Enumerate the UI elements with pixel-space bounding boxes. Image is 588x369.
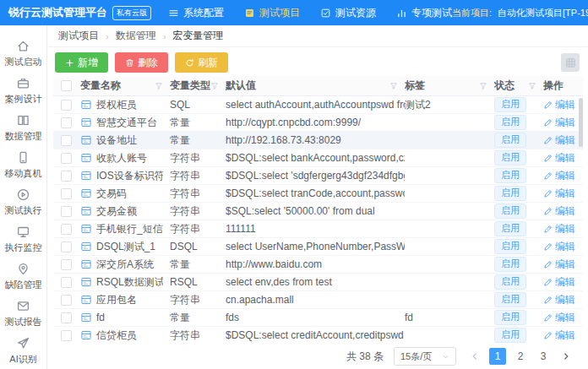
edit-button[interactable]: 编辑 [543, 240, 575, 254]
table-row[interactable]: 智慧交通平台常量http://cqypt.cnpcbd.com:9999/启用编… [53, 114, 583, 132]
nav-item[interactable]: 专项测试 [396, 6, 452, 20]
sidebar-item[interactable]: 案例设计 [0, 73, 46, 110]
pin-icon [16, 262, 30, 276]
status-badge[interactable]: 启用 [494, 328, 526, 343]
current-project-name[interactable]: 自动化测试项目[TP-1904- [498, 7, 588, 19]
row-checkbox[interactable] [61, 135, 72, 146]
table-row[interactable]: RSQL数据测试RSQLselect env,des from test启用编辑 [53, 274, 583, 291]
table-row[interactable]: 信贷柜员字符串$DSQL:select creditAccount,credit… [53, 327, 583, 344]
table-row[interactable]: 收款人账号字符串$DSQL:select bankAccount,passwor… [53, 149, 583, 167]
table-row[interactable]: DSQL测试_1DSQLselect UserName,PhoneNumber,… [53, 238, 583, 256]
column-settings-button[interactable] [561, 53, 580, 72]
sidebar-item[interactable]: 执行监控 [0, 220, 46, 258]
edit-button[interactable]: 编辑 [543, 275, 575, 290]
filter-icon[interactable] [155, 82, 163, 90]
nav-item[interactable]: 测试项目 [244, 6, 300, 20]
status-badge[interactable]: 启用 [494, 221, 526, 236]
status-badge[interactable]: 启用 [494, 203, 526, 219]
edit-button[interactable]: 编辑 [543, 116, 575, 130]
edit-button[interactable]: 编辑 [543, 204, 575, 219]
default-value-text: $DSQL:select creditAccount,creditpswd fr… [226, 329, 405, 341]
table-row[interactable]: IOS设备标识符字符串$DSQL:select 'sdgfergerg43dgf… [53, 167, 583, 185]
filter-icon[interactable] [528, 82, 536, 90]
sidebar-item[interactable]: 测试启动 [0, 35, 46, 73]
chevron-left-icon [471, 352, 479, 361]
status-badge[interactable]: 启用 [494, 239, 526, 254]
nav-item[interactable]: 系统配置 [168, 6, 224, 20]
status-badge[interactable]: 启用 [494, 274, 526, 290]
status-badge[interactable]: 启用 [494, 97, 526, 112]
table-row[interactable]: fd常量fdsfd启用编辑 [53, 309, 583, 327]
page-number-button[interactable]: 3 [535, 348, 552, 365]
row-checkbox[interactable] [61, 188, 72, 199]
edit-button[interactable]: 编辑 [543, 98, 575, 112]
breadcrumb-item[interactable]: 数据管理 [116, 29, 156, 43]
delete-button[interactable]: 删除 [115, 52, 168, 73]
next-page-button[interactable] [558, 348, 574, 365]
sidebar-item[interactable]: 移动真机 [0, 147, 46, 184]
table-row[interactable]: 交易码字符串$DSQL:select tranCode,account,pass… [53, 185, 583, 203]
variable-name-text: 收款人账号 [96, 151, 147, 166]
select-all-checkbox[interactable] [61, 80, 72, 91]
status-badge[interactable]: 启用 [494, 168, 526, 183]
row-checkbox[interactable] [61, 117, 72, 128]
status-badge[interactable]: 启用 [494, 115, 526, 130]
filter-icon[interactable] [479, 82, 487, 90]
row-checkbox[interactable] [61, 206, 72, 217]
edit-button[interactable]: 编辑 [543, 187, 575, 201]
edit-button[interactable]: 编辑 [543, 311, 575, 325]
edit-button[interactable]: 编辑 [543, 151, 575, 166]
page-number-button[interactable]: 1 [489, 348, 506, 365]
status-badge[interactable]: 启用 [494, 150, 526, 166]
row-checkbox[interactable] [61, 312, 72, 323]
edit-button[interactable]: 编辑 [543, 258, 575, 272]
default-value-text: $DSQL:select tranCode,account,password f… [226, 187, 405, 199]
row-checkbox[interactable] [61, 153, 72, 164]
page-size-value: 15条/页 [400, 350, 432, 363]
row-checkbox[interactable] [61, 277, 72, 288]
status-badge[interactable]: 启用 [494, 257, 526, 272]
sidebar-item[interactable]: 缺陷管理 [0, 258, 46, 295]
table-row[interactable]: 授权柜员SQLselect authAccount,authAccountpsw… [53, 96, 583, 114]
nav-item[interactable]: 测试资源 [320, 6, 376, 20]
edit-button[interactable]: 编辑 [543, 328, 575, 343]
edit-button[interactable]: 编辑 [543, 293, 575, 307]
table-row[interactable]: 交易金额字符串$SQL:select '50000.00' from dual启… [53, 203, 583, 220]
status-badge[interactable]: 启用 [494, 186, 526, 201]
sidebar-item[interactable]: 测试报告 [0, 295, 46, 332]
refresh-button[interactable]: 刷新 [175, 52, 228, 73]
filter-icon[interactable] [210, 82, 219, 90]
filter-icon[interactable] [389, 82, 398, 90]
status-badge[interactable]: 启用 [494, 292, 526, 307]
edit-button[interactable]: 编辑 [543, 222, 575, 236]
scrollbar-thumb[interactable] [579, 98, 583, 147]
edit-button[interactable]: 编辑 [543, 133, 575, 148]
cell-variable-name: 信贷柜员 [80, 328, 170, 343]
status-badge[interactable]: 启用 [494, 133, 526, 148]
row-checkbox[interactable] [61, 330, 72, 341]
row-checkbox[interactable] [61, 295, 72, 306]
breadcrumb-item[interactable]: 宏变量管理 [172, 29, 223, 43]
add-button[interactable]: 新增 [55, 52, 108, 73]
row-checkbox[interactable] [61, 224, 72, 235]
row-checkbox[interactable] [61, 259, 72, 270]
table-row[interactable]: 深交所A系统常量http://www.baidu.com启用编辑 [53, 256, 583, 274]
variable-name-text: 交易码 [96, 187, 127, 201]
status-badge[interactable]: 启用 [494, 310, 526, 325]
table-row[interactable]: 应用包名字符串cn.apacha.mall启用编辑 [53, 291, 583, 309]
breadcrumb-item[interactable]: 测试项目 [58, 29, 99, 43]
sidebar-item[interactable]: 数据管理 [0, 110, 46, 147]
sidebar-item[interactable]: 测试执行 [0, 184, 46, 221]
edit-button[interactable]: 编辑 [543, 169, 575, 183]
page-number-button[interactable]: 2 [512, 348, 529, 365]
cell-actions: 编辑 [543, 98, 582, 112]
row-checkbox[interactable] [61, 241, 72, 252]
row-checkbox[interactable] [61, 100, 72, 111]
page-size-select[interactable]: 15条/页 [394, 347, 456, 366]
sidebar-item[interactable]: AI识别 [0, 332, 46, 369]
row-checkbox[interactable] [61, 171, 72, 182]
prev-page-button[interactable] [466, 348, 483, 365]
variable-name: DSQL测试_1 [80, 240, 155, 254]
table-row[interactable]: 手机银行_短信验证码字符串111111启用编辑 [53, 220, 583, 238]
table-row[interactable]: 设备地址常量http://192.168.73.43:8029启用编辑 [53, 132, 583, 149]
